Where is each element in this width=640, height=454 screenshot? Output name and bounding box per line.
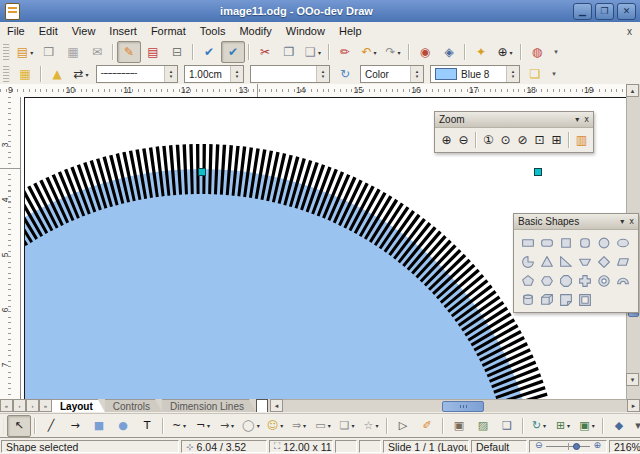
zoom-button[interactable]: ⊕▾ [493, 41, 517, 63]
scroll-left-icon[interactable]: ◂ [270, 399, 283, 412]
zoom-percent[interactable]: 216% [609, 440, 640, 453]
horizontal-ruler[interactable]: 910111213141516171819 [0, 84, 626, 98]
menu-file[interactable]: File [0, 24, 32, 38]
spinner-icon[interactable]: ▴▾ [410, 66, 423, 82]
styles-button[interactable]: ▦ [13, 63, 37, 85]
rectangle-button[interactable]: ■ [87, 415, 111, 437]
text-button[interactable]: T [135, 415, 159, 437]
shape-trapezoid-button[interactable] [575, 252, 594, 271]
toolbar-grip[interactable] [3, 44, 10, 60]
menu-tools[interactable]: Tools [193, 24, 233, 38]
first-page-button[interactable]: « [0, 399, 13, 412]
shape-parallelogram-button[interactable] [613, 252, 632, 271]
spinner-icon[interactable]: ▴▾ [316, 66, 329, 82]
navigator-button[interactable]: ◈ [437, 41, 461, 63]
spellcheck-button[interactable]: ✔ [197, 41, 221, 63]
select-button[interactable]: ↖ [7, 415, 31, 437]
page-style[interactable]: Default [471, 440, 527, 453]
shape-circle-button[interactable] [594, 233, 613, 252]
line-color-dropdown[interactable]: ▴▾ [250, 65, 330, 83]
shape-rounded-square-button[interactable] [575, 233, 594, 252]
scroll-up-icon[interactable]: ▴ [626, 84, 639, 97]
edit-file-button[interactable]: ✎ [117, 41, 141, 63]
dropdown-caret-icon[interactable]: ▾ [510, 49, 513, 56]
shape-hexagon-button[interactable] [537, 271, 556, 290]
line-ends-with-arrow-button[interactable]: → [63, 415, 87, 437]
edit-points-button[interactable]: ▷ [391, 415, 415, 437]
line-dialog-button[interactable]: ▲ [45, 63, 69, 85]
open-button[interactable]: ❒ [37, 41, 61, 63]
shape-cylinder-button[interactable] [518, 290, 537, 309]
dropdown-caret-icon[interactable]: ▾ [183, 422, 186, 429]
last-page-button[interactable]: » [39, 399, 52, 412]
shape-ellipse-button[interactable] [613, 233, 632, 252]
copy-button[interactable]: ❐ [277, 41, 301, 63]
panel-menu-icon[interactable]: ▾ [575, 115, 579, 124]
menu-insert[interactable]: Insert [102, 24, 144, 38]
stars-button[interactable]: ☆▾ [359, 415, 383, 437]
tab-dimension-lines[interactable]: Dimension Lines [162, 399, 256, 412]
maximize-button[interactable]: ❐ [595, 3, 614, 20]
shape-diamond-button[interactable] [594, 252, 613, 271]
zoom-in-icon[interactable]: ⊕ [593, 440, 601, 450]
entire-page-button[interactable]: ⊡ [531, 130, 548, 150]
dropdown-caret-icon[interactable]: ▾ [231, 422, 234, 429]
scroll-right-icon[interactable]: ▸ [627, 399, 640, 412]
dropdown-caret-icon[interactable]: ▾ [398, 49, 401, 56]
dropdown-caret-icon[interactable]: ▾ [30, 49, 33, 56]
shape-frame-button[interactable] [575, 290, 594, 309]
shape-octagon-button[interactable] [556, 271, 575, 290]
line-width-spinbox[interactable]: 1.00cm ▴▾ [184, 65, 244, 83]
zoom-out-icon[interactable]: ⊖ [535, 440, 543, 450]
basic-shapes-titlebar[interactable]: Basic Shapes ▾ x [514, 214, 638, 230]
print-button[interactable]: ⊟ [165, 41, 189, 63]
save-button[interactable]: ▦ [61, 41, 85, 63]
panel-close-icon[interactable]: x [584, 115, 589, 124]
shape-cross-button[interactable] [575, 271, 594, 290]
gluepoints-button[interactable]: ✐ [415, 415, 439, 437]
block-arrows-button[interactable]: ⇒▾ [287, 415, 311, 437]
dropdown-caret-icon[interactable]: ▾ [543, 422, 546, 429]
spinner-icon[interactable]: ▴▾ [230, 66, 243, 82]
page-width-button[interactable]: ⊞ [548, 130, 565, 150]
selection-handle[interactable] [534, 168, 542, 176]
zoom-next-button[interactable]: ⊘ [514, 130, 531, 150]
horizontal-scrollbar[interactable]: ◂ ▸ [270, 399, 640, 412]
dropdown-caret-icon[interactable]: ▾ [86, 71, 89, 78]
shape-regular-pentagon-button[interactable] [518, 271, 537, 290]
clone-formatting-button[interactable]: ✏ [333, 41, 357, 63]
toolbar-options-button[interactable]: ▾ [549, 41, 563, 63]
menu-edit[interactable]: Edit [32, 24, 65, 38]
rotate-button[interactable]: ↻▾ [527, 415, 551, 437]
spinner-icon[interactable]: ▴▾ [506, 66, 519, 82]
zoom-in-button[interactable]: ⊕ [438, 130, 455, 150]
shape-folded-corner-button[interactable] [556, 290, 575, 309]
menu-view[interactable]: View [65, 24, 103, 38]
dropdown-caret-icon[interactable]: ▾ [207, 422, 210, 429]
zoom-100-percent-button[interactable]: ① [480, 130, 497, 150]
toolbar-options-button[interactable]: ▾ [547, 63, 561, 85]
minimize-button[interactable]: ▁ [573, 3, 592, 20]
line-button[interactable]: ╱ [39, 415, 63, 437]
fontwork-button[interactable]: ▣ [447, 415, 471, 437]
toolbar-options-button[interactable]: ▾ [631, 415, 640, 437]
toolbar-grip[interactable] [3, 418, 4, 434]
vertical-ruler[interactable]: 34567 [0, 97, 21, 399]
redo-button[interactable]: ↷▾ [381, 41, 405, 63]
zoom-slider[interactable]: ⊖ ⊕ [537, 442, 599, 451]
scroll-down-icon[interactable]: ▾ [626, 373, 639, 386]
alignment-button[interactable]: ⊞▾ [551, 415, 575, 437]
dropdown-caret-icon[interactable]: ▾ [280, 422, 283, 429]
fill-type-dropdown[interactable]: Color ▴▾ [360, 65, 424, 83]
email-document-button[interactable]: ✉ [85, 41, 109, 63]
dropdown-caret-icon[interactable]: ▾ [351, 422, 354, 429]
menu-window[interactable]: Window [279, 24, 332, 38]
hyperlink-button[interactable]: ◉ [413, 41, 437, 63]
close-button[interactable]: ✕ [617, 3, 636, 20]
zoom-out-button[interactable]: ⊖ [455, 130, 472, 150]
shape-circle-pie-button[interactable] [518, 252, 537, 271]
shape-square-button[interactable] [556, 233, 575, 252]
dropdown-caret-icon[interactable]: ▾ [257, 422, 260, 429]
shape-rectangle-button[interactable] [518, 233, 537, 252]
zoom-previous-button[interactable]: ⊙ [497, 130, 514, 150]
